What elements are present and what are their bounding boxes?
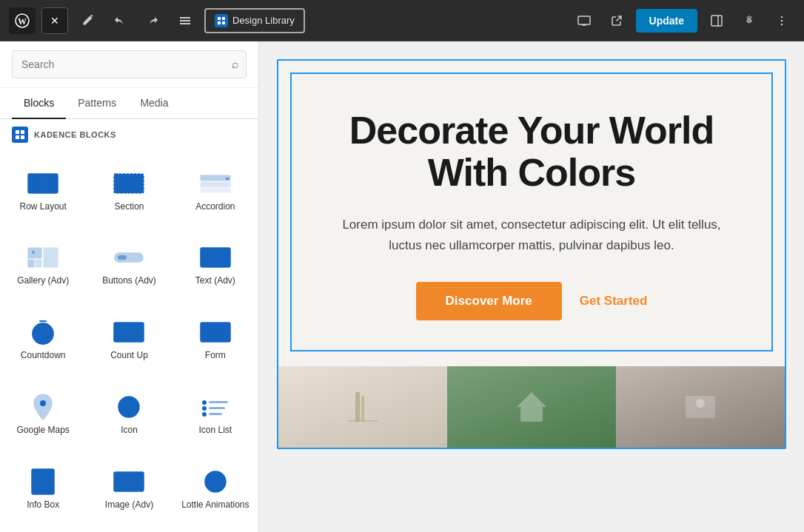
list-view-button[interactable] bbox=[172, 7, 198, 34]
accordion-label: Accordion bbox=[195, 201, 235, 213]
svg-rect-28 bbox=[36, 260, 41, 267]
svg-rect-17 bbox=[21, 135, 24, 139]
block-item-row-layout[interactable]: Row Layout bbox=[0, 153, 86, 228]
discover-more-button[interactable]: Discover More bbox=[416, 282, 562, 320]
block-item-image[interactable]: Image (Adv) bbox=[86, 451, 172, 526]
svg-rect-19 bbox=[31, 177, 41, 190]
design-library-button[interactable]: Design Library bbox=[204, 8, 305, 33]
hero-subtitle: Lorem ipsum dolor sit amet, consectetur … bbox=[339, 215, 724, 255]
svg-rect-29 bbox=[44, 248, 58, 267]
undo-button[interactable] bbox=[107, 7, 133, 34]
svg-rect-41 bbox=[204, 338, 212, 341]
row-layout-label: Row Layout bbox=[19, 201, 66, 213]
hero-section[interactable]: Decorate Your World With Colors Lorem ip… bbox=[290, 73, 773, 351]
image-label: Image (Adv) bbox=[105, 499, 153, 511]
row-layout-icon bbox=[27, 172, 58, 195]
svg-rect-16 bbox=[16, 135, 19, 139]
toolbar: W ✕ Design Library Update bbox=[0, 0, 804, 41]
form-label: Form bbox=[205, 350, 226, 362]
redo-button[interactable] bbox=[139, 7, 166, 34]
svg-rect-14 bbox=[16, 130, 19, 134]
icon-icon bbox=[113, 395, 144, 419]
text-icon: H bbox=[200, 246, 231, 269]
svg-rect-27 bbox=[28, 260, 34, 267]
block-item-gallery[interactable]: Gallery (Adv) bbox=[0, 228, 86, 303]
svg-rect-4 bbox=[180, 23, 190, 24]
content-area: Decorate Your World With Colors Lorem ip… bbox=[259, 41, 804, 532]
block-item-icon[interactable]: Icon bbox=[86, 377, 172, 451]
tabs: Blocks Patterns Media bbox=[0, 88, 258, 119]
tab-patterns[interactable]: Patterns bbox=[66, 88, 128, 119]
sidebar: ⌕ Blocks Patterns Media KADENCE BLOCKS R… bbox=[0, 41, 259, 532]
search-input-wrap: ⌕ bbox=[12, 50, 247, 78]
more-options-button[interactable] bbox=[768, 7, 795, 34]
tab-blocks[interactable]: Blocks bbox=[12, 88, 66, 119]
svg-rect-6 bbox=[222, 17, 225, 20]
svg-rect-9 bbox=[578, 16, 590, 24]
svg-rect-54 bbox=[38, 488, 47, 489]
form-icon bbox=[200, 320, 231, 344]
block-item-section[interactable]: Section bbox=[86, 153, 172, 228]
block-item-info-box[interactable]: Info Box bbox=[0, 451, 86, 526]
hero-title: Decorate Your World With Colors bbox=[315, 110, 748, 194]
block-item-buttons[interactable]: Buttons (Adv) bbox=[86, 228, 172, 303]
image-placeholder-1 bbox=[278, 366, 447, 448]
block-item-text[interactable]: H Text (Adv) bbox=[172, 228, 258, 303]
edit-icon-button[interactable] bbox=[74, 7, 101, 34]
image-placeholder-3 bbox=[616, 366, 785, 448]
countdown-icon bbox=[27, 320, 58, 344]
svg-text:0:07: 0:07 bbox=[122, 329, 137, 337]
wp-logo-button[interactable]: W bbox=[9, 7, 36, 34]
close-button[interactable]: ✕ bbox=[41, 7, 68, 34]
block-item-icon-list[interactable]: Icon List bbox=[172, 377, 258, 451]
countdown-label: Countdown bbox=[21, 350, 66, 362]
svg-rect-45 bbox=[209, 401, 228, 403]
svg-text:W: W bbox=[18, 16, 27, 27]
svg-rect-55 bbox=[114, 472, 144, 491]
block-item-count-up[interactable]: 0:07 Count Up bbox=[86, 303, 172, 377]
icon-label: Icon bbox=[121, 425, 138, 437]
block-item-accordion[interactable]: Accordion bbox=[172, 153, 258, 228]
block-item-lottie[interactable]: Lottie Animations bbox=[172, 451, 258, 526]
svg-rect-52 bbox=[36, 482, 50, 483]
block-item-form[interactable]: Form bbox=[172, 303, 258, 377]
block-item-countdown[interactable]: Countdown bbox=[0, 303, 86, 377]
gallery-icon bbox=[27, 246, 58, 269]
svg-point-42 bbox=[40, 400, 46, 406]
svg-rect-40 bbox=[204, 332, 227, 336]
count-up-label: Count Up bbox=[110, 350, 148, 362]
settings-button[interactable] bbox=[736, 7, 763, 34]
svg-rect-25 bbox=[201, 189, 230, 192]
icon-list-icon bbox=[200, 395, 231, 419]
toolbar-right: Update bbox=[571, 7, 795, 34]
section-label: Section bbox=[114, 201, 144, 213]
search-input[interactable] bbox=[12, 50, 247, 78]
svg-rect-47 bbox=[209, 407, 225, 409]
svg-rect-15 bbox=[21, 130, 24, 134]
design-library-label: Design Library bbox=[232, 15, 295, 26]
svg-point-48 bbox=[202, 412, 207, 417]
section-icon bbox=[113, 172, 144, 195]
preview-desktop-button[interactable] bbox=[571, 7, 597, 34]
svg-point-11 bbox=[781, 16, 783, 17]
svg-rect-60 bbox=[361, 396, 364, 422]
lottie-icon bbox=[200, 470, 231, 494]
svg-point-46 bbox=[202, 406, 207, 411]
sidebar-toggle-button[interactable] bbox=[703, 7, 730, 34]
svg-text:H: H bbox=[212, 252, 219, 263]
external-link-button[interactable] bbox=[603, 7, 630, 34]
svg-rect-39 bbox=[204, 326, 227, 330]
text-label: Text (Adv) bbox=[195, 275, 235, 287]
accordion-icon bbox=[200, 172, 231, 195]
images-row bbox=[278, 366, 785, 448]
kadence-logo-icon bbox=[12, 127, 28, 143]
lottie-label: Lottie Animations bbox=[181, 499, 249, 511]
tab-media[interactable]: Media bbox=[128, 88, 180, 119]
svg-rect-53 bbox=[37, 485, 49, 486]
block-item-google-maps[interactable]: Google Maps bbox=[0, 377, 86, 451]
get-started-button[interactable]: Get Started bbox=[580, 294, 648, 309]
update-button[interactable]: Update bbox=[636, 9, 697, 33]
svg-rect-7 bbox=[218, 21, 221, 24]
svg-point-30 bbox=[32, 251, 35, 254]
svg-rect-10 bbox=[711, 16, 722, 26]
